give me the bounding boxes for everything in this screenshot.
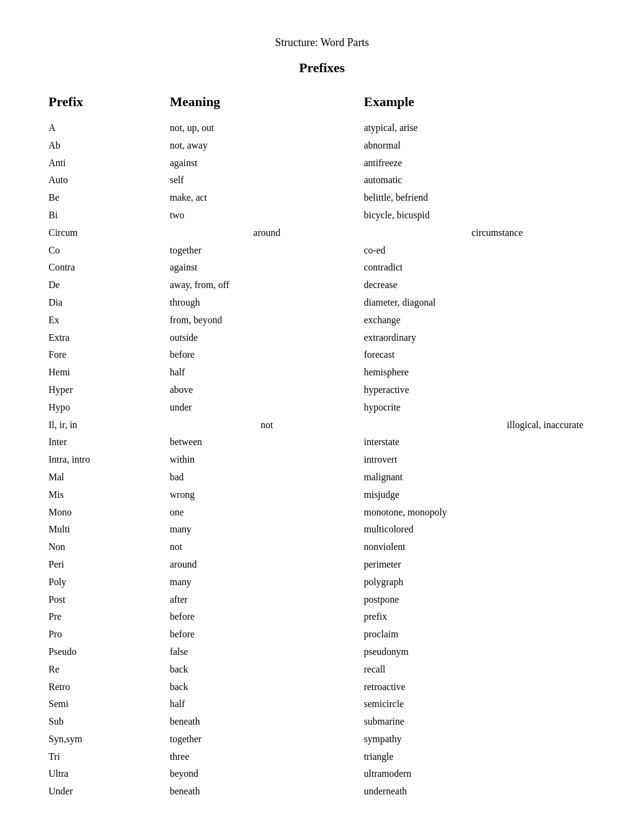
cell-meaning: one [170, 505, 364, 520]
table-row: Monoonemonotone, monopoly [49, 505, 595, 520]
cell-example: nonviolent [364, 540, 595, 555]
table-row: Malbadmalignant [49, 470, 595, 485]
table-row: Interbetweeninterstate [49, 435, 595, 450]
cell-example: recall [364, 662, 595, 677]
cell-example: malignant [364, 470, 595, 485]
cell-prefix: A [49, 121, 170, 136]
cell-meaning: many [170, 522, 364, 537]
cell-prefix: Pro [49, 627, 170, 642]
cell-prefix: De [49, 278, 170, 293]
cell-prefix: Bi [49, 208, 170, 223]
table-row: Autoselfautomatic [49, 173, 595, 188]
cell-meaning: false [170, 645, 364, 660]
table-row: Cotogetherco-ed [49, 243, 595, 258]
cell-meaning: under [170, 400, 364, 415]
cell-example: misjudge [364, 488, 595, 503]
cell-example: retroactive [364, 680, 595, 695]
cell-meaning: within [170, 452, 364, 468]
cell-meaning: through [170, 295, 364, 310]
cell-example: forecast [364, 347, 595, 363]
table-row: Underbeneathunderneath [49, 784, 595, 799]
table-row: Anot, up, outatypical, arise [49, 121, 595, 136]
table-row: Forebeforeforecast [49, 347, 595, 363]
cell-prefix: Non [49, 540, 170, 555]
table-row: Exfrom, beyondexchange [49, 313, 595, 328]
table-row: Multimanymulticolored [49, 522, 595, 537]
cell-prefix: Tri [49, 749, 170, 765]
cell-prefix: Intra, intro [49, 452, 170, 468]
table-row: Postafterpostpone [49, 592, 595, 608]
cell-meaning: many [170, 575, 364, 590]
table-row: Hemihalfhemisphere [49, 365, 595, 380]
table-row: Deaway, from, offdecrease [49, 278, 595, 293]
cell-example: co-ed [364, 243, 595, 258]
cell-prefix: Retro [49, 680, 170, 695]
cell-meaning: half [170, 697, 364, 712]
table-row: Abnot, awayabnormal [49, 138, 595, 153]
table-row: Extraoutsideextraordinary [49, 330, 595, 346]
cell-meaning: between [170, 435, 364, 450]
cell-meaning: back [170, 680, 364, 695]
table-row: Polymanypolygraph [49, 575, 595, 590]
cell-prefix: Ex [49, 313, 170, 328]
cell-prefix: Multi [49, 522, 170, 537]
cell-example: perimeter [364, 557, 595, 572]
cell-prefix: Re [49, 662, 170, 677]
cell-meaning: together [170, 243, 364, 258]
table-row: Bitwobicycle, bicuspid [49, 208, 595, 223]
cell-meaning: outside [170, 330, 364, 346]
cell-prefix: Anti [49, 156, 170, 171]
table-row: Trithreetriangle [49, 749, 595, 765]
cell-meaning: make, act [170, 190, 364, 206]
cell-meaning: not [170, 540, 364, 555]
cell-example: monotone, monopoly [364, 505, 595, 520]
cell-meaning: beneath [170, 714, 364, 729]
cell-example: semicircle [364, 697, 595, 712]
cell-prefix: Sub [49, 714, 170, 729]
table-row: Miswrongmisjudge [49, 488, 595, 503]
cell-prefix: Mono [49, 505, 170, 520]
table-row: Antiagainstantifreeze [49, 156, 595, 171]
cell-meaning: against [170, 156, 364, 171]
table-row: Pseudofalsepseudonym [49, 645, 595, 660]
cell-example: diameter, diagonal [364, 295, 595, 310]
cell-example: introvert [364, 452, 595, 468]
cell-meaning: beneath [170, 784, 364, 799]
cell-prefix: Pseudo [49, 645, 170, 660]
table-header: Prefix Meaning Example [49, 94, 595, 110]
table-row: Il, ir, innotillogical, inaccurate [49, 418, 595, 433]
cell-example: hypocrite [364, 400, 595, 415]
header-meaning: Meaning [170, 94, 364, 110]
cell-prefix: Post [49, 592, 170, 608]
cell-prefix: Fore [49, 347, 170, 363]
cell-meaning: half [170, 365, 364, 380]
cell-example: multicolored [364, 522, 595, 537]
cell-meaning: back [170, 662, 364, 677]
cell-meaning: after [170, 592, 364, 608]
cell-prefix: Ab [49, 138, 170, 153]
cell-example: triangle [364, 749, 595, 765]
cell-example: postpone [364, 592, 595, 608]
cell-prefix: Auto [49, 173, 170, 188]
cell-meaning: not, away [170, 138, 364, 153]
cell-example: hyperactive [364, 383, 595, 398]
cell-example: automatic [364, 173, 595, 188]
cell-example: circumstance [364, 226, 595, 241]
cell-example: antifreeze [364, 156, 595, 171]
cell-meaning: wrong [170, 488, 364, 503]
cell-meaning: not, up, out [170, 121, 364, 136]
cell-prefix: Dia [49, 295, 170, 310]
cell-prefix: Hemi [49, 365, 170, 380]
cell-example: hemisphere [364, 365, 595, 380]
header-prefix: Prefix [49, 94, 170, 110]
cell-meaning: away, from, off [170, 278, 364, 293]
cell-example: polygraph [364, 575, 595, 590]
table-row: Prebeforeprefix [49, 609, 595, 625]
cell-prefix: Mal [49, 470, 170, 485]
cell-prefix: Poly [49, 575, 170, 590]
cell-example: decrease [364, 278, 595, 293]
table-row: Hyperabovehyperactive [49, 383, 595, 398]
cell-meaning: not [170, 418, 364, 433]
cell-example: sympathy [364, 732, 595, 747]
section-title: Prefixes [49, 60, 595, 76]
